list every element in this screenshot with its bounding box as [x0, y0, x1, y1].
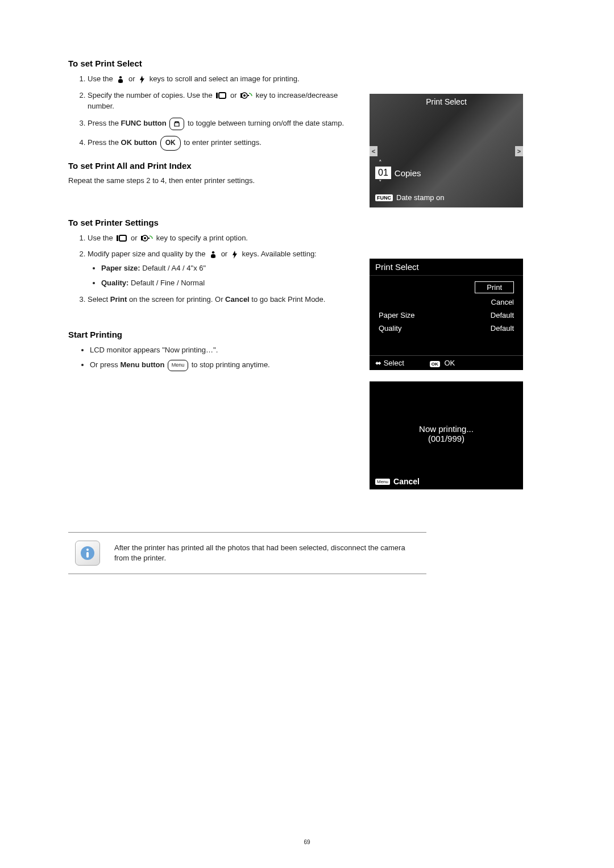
text: or: [230, 91, 239, 99]
lcd2-title: Print Select: [370, 259, 523, 276]
svg-rect-7: [119, 235, 126, 241]
value: Default / A4 / 4"x 6": [140, 264, 206, 272]
lcd1-title: Print Select: [370, 97, 523, 106]
svg-point-13: [86, 549, 89, 551]
menu-button-label: Menu button: [120, 360, 164, 369]
copies-indicator: 01 Copies: [375, 167, 421, 179]
func-button-icon: [169, 118, 184, 130]
select-label: Select: [384, 359, 404, 367]
lcd-print-select-image: Print Select < > 01 Copies FUNC Date sta…: [370, 94, 523, 207]
display-key-icon: [116, 234, 127, 242]
text: Press the: [88, 138, 121, 147]
text: to enter printer settings.: [184, 138, 262, 147]
svg-rect-5: [248, 95, 249, 96]
value: Default / Fine / Normal: [128, 279, 205, 287]
ok-button-label: OK button: [121, 138, 157, 147]
ok-hint: OK OK: [430, 359, 455, 367]
lcd2-body: Paper Size Quality Print Cancel Default …: [370, 276, 523, 355]
lcd3-footer: Menu Cancel: [370, 474, 523, 489]
step-3: Press the FUNC button to toggle between …: [88, 118, 352, 130]
step-2: Specify the number of copies. Use the or…: [88, 90, 352, 112]
svg-rect-11: [148, 238, 150, 239]
label: Paper size:: [101, 264, 140, 272]
paper-size-value: Default: [491, 311, 514, 319]
text: keys. Available setting:: [242, 250, 316, 258]
text: Press the: [88, 119, 121, 127]
sp-bullet-1: LCD monitor appears "Now printing…".: [90, 345, 352, 356]
svg-rect-14: [86, 552, 89, 558]
print-label: Print: [110, 295, 127, 304]
text: Specify the number of copies. Use the: [88, 91, 214, 99]
datestamp-row: FUNC Date stamp on: [375, 193, 445, 202]
paper-size-setting: Paper size: Default / A4 / 4"x 6": [101, 263, 352, 274]
heading-print-all-index: To set Print All and Print Index: [68, 161, 352, 171]
text: keys to scroll and select an image for p…: [150, 74, 300, 83]
line1: Now printing...: [370, 424, 523, 434]
label: Quality:: [101, 279, 128, 287]
ps-step-1: Use the or key to specify a print option…: [88, 233, 352, 244]
info-note-text: After the printer has printed all the ph…: [114, 543, 420, 563]
ps-step-3: Select Print on the screen for printing.…: [88, 294, 352, 305]
now-printing-text: Now printing... (001/999): [370, 424, 523, 443]
flash-key-icon: [231, 250, 239, 259]
cancel-option: Cancel: [491, 298, 514, 306]
datestamp-text: Date stamp on: [396, 193, 445, 202]
page-number: 69: [0, 839, 614, 845]
text: or: [128, 74, 137, 83]
info-note: After the printer has printed all the ph…: [68, 532, 426, 574]
sp-bullet-2: Or press Menu button Menu to stop printi…: [90, 360, 352, 371]
nav-left-icon: <: [370, 146, 377, 156]
text: Use the: [88, 234, 115, 242]
text: to stop printing anytime.: [192, 360, 270, 369]
ok-button-icon: OK: [160, 136, 181, 151]
main-text-column: To set Print Select Use the or keys to s…: [68, 48, 352, 501]
start-printing-list: LCD monitor appears "Now printing…". Or …: [82, 345, 352, 371]
text: Use the: [88, 74, 115, 83]
func-button-label: FUNC button: [121, 119, 167, 127]
line2: (001/999): [370, 434, 523, 443]
cancel-label: Cancel: [393, 477, 420, 486]
macro-key-icon: [209, 250, 218, 259]
heading-start-printing: Start Printing: [68, 330, 352, 339]
lcd2-footer: ⬌ Select OK OK: [370, 355, 523, 370]
svg-point-4: [243, 94, 246, 97]
text: Select: [88, 295, 110, 304]
print-option-selected: Print: [475, 281, 514, 293]
ps-step-2: Modify paper size and quality by the or …: [88, 249, 352, 289]
quality-setting: Quality: Default / Fine / Normal: [101, 278, 352, 289]
svg-rect-6: [117, 235, 118, 241]
text: key to specify a print option.: [156, 234, 248, 242]
copies-value: 01: [375, 167, 391, 179]
text: on the screen for printing. Or: [129, 295, 225, 304]
lcd-screenshots-column: Print Select < > 01 Copies FUNC Date sta…: [370, 48, 540, 501]
text: or: [221, 250, 230, 258]
menu-button-icon: Menu: [168, 360, 188, 371]
ok-badge-icon: OK: [430, 361, 440, 367]
step-1: Use the or keys to scroll and select an …: [88, 74, 352, 85]
text: to go back Print Mode.: [251, 295, 325, 304]
available-settings-list: Paper size: Default / A4 / 4"x 6" Qualit…: [93, 263, 352, 289]
ok-label: OK: [444, 359, 455, 367]
lcd-now-printing: Now printing... (001/999) Menu Cancel: [370, 381, 523, 489]
lcd2-labels: Paper Size Quality: [379, 281, 415, 350]
timer-key-icon: [140, 234, 153, 242]
lcd-printer-settings-menu: Print Select Paper Size Quality Print Ca…: [370, 259, 523, 370]
text: to toggle between turning on/off the dat…: [188, 119, 344, 127]
svg-point-10: [144, 237, 146, 239]
svg-rect-0: [216, 93, 218, 98]
timer-key-icon: [240, 92, 252, 99]
info-icon: [75, 541, 100, 566]
text: Modify paper size and quality by the: [88, 250, 208, 258]
print-all-index-text: Repeat the same steps 2 to 4, then enter…: [68, 176, 352, 185]
svg-rect-1: [219, 93, 226, 98]
step-4: Press the OK button OK to enter printer …: [88, 136, 352, 151]
print-select-steps: Use the or keys to scroll and select an …: [80, 74, 352, 151]
copies-label: Copies: [395, 168, 421, 178]
nav-right-icon: >: [515, 146, 523, 156]
text: or: [131, 234, 139, 242]
heading-printer-settings: To set Printer Settings: [68, 218, 352, 227]
dpad-icon: ⬌: [375, 359, 381, 367]
text: Or press: [90, 360, 120, 369]
func-badge-icon: FUNC: [375, 194, 393, 201]
quality-label: Quality: [379, 324, 415, 333]
